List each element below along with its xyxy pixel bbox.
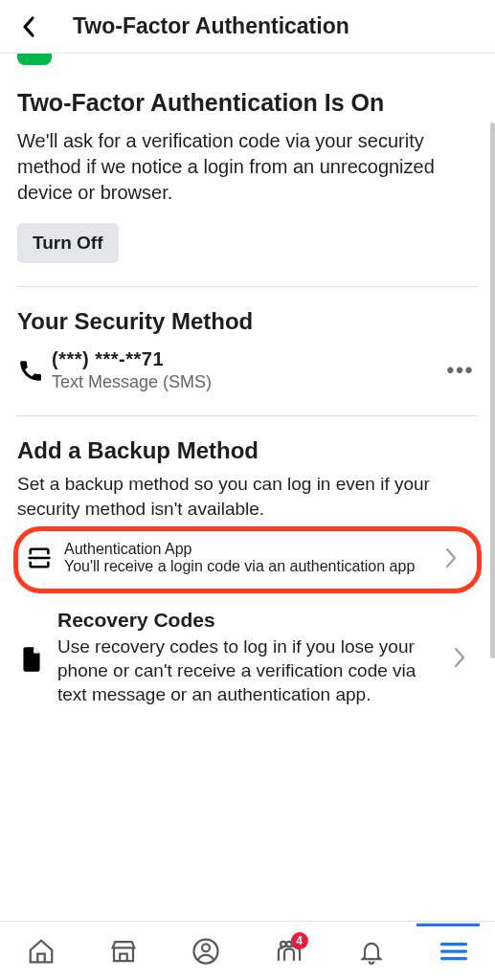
chevron-right-icon (444, 547, 458, 568)
security-method-heading: Your Security Method (17, 308, 478, 335)
phone-method-label: Text Message (SMS) (52, 372, 443, 392)
active-tab-indicator (416, 924, 480, 926)
chevron-right-icon (453, 647, 466, 668)
backup-item-title: Recovery Codes (57, 609, 441, 632)
status-heading: Two-Factor Authentication Is On (17, 88, 478, 117)
more-options-button[interactable]: ••• (443, 358, 478, 383)
tab-marketplace[interactable] (101, 928, 146, 974)
home-icon (27, 937, 56, 966)
phone-icon (17, 357, 44, 384)
svg-point-2 (202, 944, 210, 951)
backup-item-auth-app[interactable]: Authentication App You'll receive a logi… (13, 526, 482, 593)
scrollbar[interactable] (490, 122, 495, 658)
tab-bar: 4 (0, 921, 495, 980)
notification-badge: 4 (291, 932, 308, 949)
turn-off-button[interactable]: Turn Off (17, 223, 119, 263)
content: Two-Factor Authentication Is On We'll as… (0, 54, 495, 921)
status-body: We'll ask for a verification code via yo… (17, 128, 478, 206)
tab-groups[interactable]: 4 (266, 928, 312, 974)
page-title: Two-Factor Authentication (48, 13, 447, 39)
document-icon (19, 645, 44, 674)
header: Two-Factor Authentication (0, 0, 495, 54)
divider (17, 286, 478, 287)
tab-notifications[interactable] (349, 928, 394, 974)
marketplace-icon (109, 937, 138, 966)
tab-menu[interactable] (431, 928, 477, 974)
backup-subtitle: Set a backup method so you can log in ev… (17, 472, 478, 521)
back-button[interactable] (10, 8, 48, 46)
backup-item-title: Authentication App (64, 541, 444, 558)
chevron-left-icon (20, 15, 37, 38)
divider (17, 415, 478, 416)
tab-profile[interactable] (183, 928, 229, 974)
svg-point-3 (281, 941, 286, 947)
security-method-row[interactable]: (***) ***-**71 Text Message (SMS) ••• (17, 348, 478, 392)
auth-app-icon (26, 545, 53, 571)
profile-icon (191, 937, 220, 966)
backup-item-desc: Use recovery codes to log in if you lose… (57, 635, 441, 706)
backup-item-recovery-codes[interactable]: Recovery Codes Use recovery codes to log… (17, 595, 478, 720)
phone-number: (***) ***-**71 (52, 348, 443, 370)
bell-icon (358, 937, 385, 966)
backup-item-desc: You'll receive a login code via an authe… (64, 558, 444, 575)
tab-home[interactable] (18, 928, 64, 974)
backup-heading: Add a Backup Method (17, 437, 478, 464)
status-indicator-icon (17, 54, 52, 65)
menu-icon (439, 940, 468, 963)
